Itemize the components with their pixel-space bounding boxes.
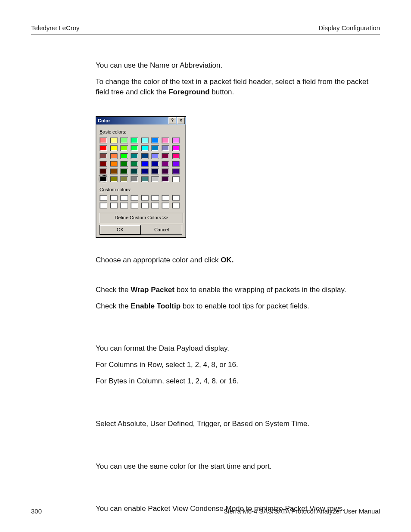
color-swatch[interactable] [120, 137, 128, 143]
basic-colors-grid [100, 137, 182, 182]
para-choose-color: Choose an appropriate color and click OK… [96, 255, 380, 265]
ok-button[interactable]: OK [100, 225, 141, 235]
color-swatch[interactable] [110, 153, 118, 159]
custom-color-swatch[interactable] [100, 195, 107, 201]
page-number: 300 [31, 507, 42, 515]
header-right: Display Configuration [318, 24, 380, 31]
color-swatch[interactable] [120, 153, 128, 159]
color-swatch[interactable] [131, 168, 138, 174]
color-swatch[interactable] [172, 161, 180, 167]
custom-color-swatch[interactable] [151, 195, 159, 201]
para-enable-tooltip: Check the Enable Tooltip box to enable t… [96, 301, 380, 311]
custom-color-swatch[interactable] [151, 202, 159, 208]
color-swatch[interactable] [120, 145, 128, 151]
page-footer: 300 Sierra M6-4 SAS/SATA Protocol Analyz… [31, 507, 380, 515]
para-foreground: To change the color of the text in a pac… [96, 77, 380, 97]
color-swatch[interactable] [151, 161, 159, 167]
custom-color-swatch[interactable] [110, 202, 118, 208]
color-swatch[interactable] [110, 161, 118, 167]
color-swatch[interactable] [100, 161, 107, 167]
color-swatch[interactable] [162, 153, 169, 159]
color-swatch[interactable] [162, 145, 169, 151]
custom-color-swatch[interactable] [141, 202, 149, 208]
color-swatch[interactable] [162, 161, 169, 167]
header-left: Teledyne LeCroy [31, 24, 80, 31]
para-columns-row: For Columns in Row, select 1, 2, 4, 8, o… [96, 360, 380, 370]
color-swatch[interactable] [100, 145, 107, 151]
color-swatch[interactable] [100, 176, 107, 182]
color-swatch[interactable] [141, 145, 149, 151]
color-swatch[interactable] [120, 161, 128, 167]
dialog-title: Color [98, 118, 110, 124]
color-swatch[interactable] [172, 145, 180, 151]
color-swatch[interactable] [131, 176, 138, 182]
para-format-payload: You can format the Data Payload display. [96, 343, 380, 354]
cancel-button[interactable]: Cancel [141, 225, 182, 235]
define-custom-colors-button[interactable]: Define Custom Colors >> [100, 213, 183, 223]
color-swatch[interactable] [100, 168, 107, 174]
para-bytes-column: For Bytes in Column, select 1, 2, 4, 8, … [96, 376, 380, 386]
color-swatch[interactable] [100, 153, 107, 159]
custom-color-swatch[interactable] [131, 195, 138, 201]
custom-color-swatch[interactable] [120, 202, 128, 208]
color-swatch[interactable] [141, 137, 149, 143]
color-swatch[interactable] [141, 176, 149, 182]
color-swatch[interactable] [162, 168, 169, 174]
color-swatch[interactable] [120, 168, 128, 174]
color-swatch[interactable] [151, 145, 159, 151]
custom-color-swatch[interactable] [162, 195, 169, 201]
custom-color-swatch[interactable] [120, 195, 128, 201]
color-swatch[interactable] [172, 153, 180, 159]
custom-color-swatch[interactable] [162, 202, 169, 208]
basic-colors-label: Basic colors: [100, 129, 182, 135]
color-swatch[interactable] [131, 161, 138, 167]
color-swatch[interactable] [110, 168, 118, 174]
color-swatch[interactable] [131, 137, 138, 143]
color-swatch[interactable] [110, 137, 118, 143]
custom-colors-label: Custom colors: [100, 187, 182, 193]
dialog-titlebar: Color ? × [96, 117, 186, 124]
color-swatch[interactable] [100, 137, 107, 143]
color-swatch[interactable] [131, 145, 138, 151]
color-swatch[interactable] [151, 168, 159, 174]
color-swatch[interactable] [141, 168, 149, 174]
custom-color-swatch[interactable] [172, 195, 180, 201]
color-swatch[interactable] [151, 153, 159, 159]
color-swatch[interactable] [110, 176, 118, 182]
color-swatch[interactable] [110, 145, 118, 151]
color-dialog: Color ? × Basic colors: Custom colors: D… [96, 116, 186, 238]
color-swatch[interactable] [151, 176, 159, 182]
color-swatch[interactable] [141, 153, 149, 159]
close-icon[interactable]: × [177, 117, 185, 124]
para-name-abbrev: You can use the Name or Abbreviation. [96, 60, 380, 71]
color-swatch[interactable] [141, 161, 149, 167]
color-swatch[interactable] [162, 137, 169, 143]
help-icon[interactable]: ? [168, 117, 176, 124]
color-swatch[interactable] [162, 176, 169, 182]
custom-color-swatch[interactable] [131, 202, 138, 208]
custom-color-swatch[interactable] [141, 195, 149, 201]
para-wrap-packet: Check the Wrap Packet box to enable the … [96, 285, 380, 295]
para-same-color: You can use the same color for the start… [96, 461, 380, 472]
custom-color-swatch[interactable] [110, 195, 118, 201]
para-time-basis: Select Absolute, User Defined, Trigger, … [96, 419, 380, 429]
color-swatch[interactable] [120, 176, 128, 182]
color-swatch[interactable] [172, 168, 180, 174]
custom-color-swatch[interactable] [172, 202, 180, 208]
manual-title: Sierra M6-4 SAS/SATA Protocol Analyzer U… [224, 507, 380, 515]
color-swatch[interactable] [131, 153, 138, 159]
page-header: Teledyne LeCroy Display Configuration [31, 24, 380, 34]
body-content: You can use the Name or Abbreviation. To… [96, 60, 380, 532]
color-swatch[interactable] [172, 176, 180, 182]
custom-color-swatch[interactable] [100, 202, 107, 208]
color-swatch[interactable] [151, 137, 159, 143]
color-swatch[interactable] [172, 137, 180, 143]
custom-colors-grid [100, 195, 182, 208]
